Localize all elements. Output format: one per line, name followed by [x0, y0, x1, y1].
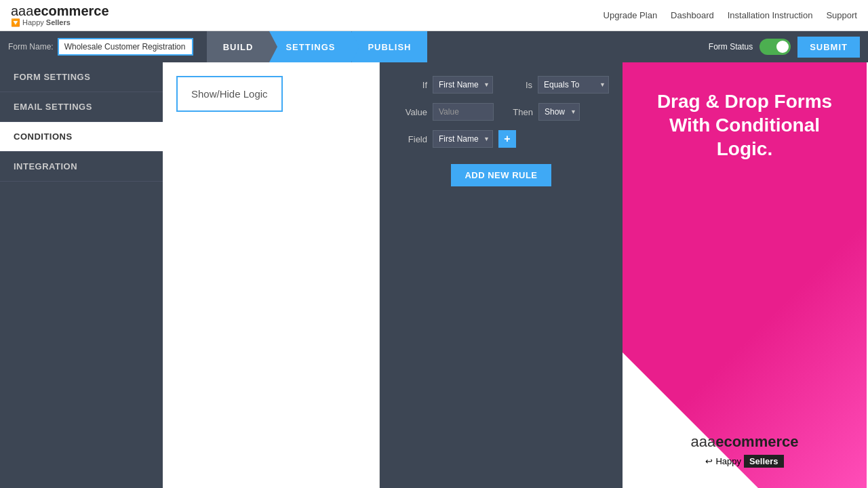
toolbar-tabs: BUILD SETTINGS PUBLISH — [207, 31, 428, 62]
value-label: Value — [393, 107, 427, 117]
dashboard-link[interactable]: Dashboard — [671, 10, 714, 20]
is-condition-wrapper: Equals To Not Equals To Contains — [538, 76, 609, 94]
field-wrapper: First Name Last Name Email — [433, 130, 493, 148]
sidebar-item-integration[interactable]: INTEGRATION — [0, 152, 163, 182]
promo-arrow-icon: ↩ — [705, 456, 713, 466]
support-link[interactable]: Support — [826, 10, 857, 20]
promo-logo: aaaecommerce ↩ Happy Sellers — [690, 433, 798, 468]
brand-name: aaaecommerce — [11, 3, 109, 18]
if-label: If — [393, 80, 427, 90]
form-name-input[interactable] — [58, 38, 193, 56]
brand-happy: Happy — [22, 18, 44, 26]
rules-panel: If First Name Last Name Email Is Equals … — [380, 62, 623, 488]
brand-ecommerce: ecommerce — [33, 3, 108, 18]
top-nav: aaaecommerce 🔽 Happy Sellers Upgrade Pla… — [0, 0, 868, 31]
sidebar-item-email-settings[interactable]: EMAIL SETTINGS — [0, 92, 163, 122]
brand-arrow-icon: 🔽 — [11, 18, 20, 26]
main-layout: FORM SETTINGS EMAIL SETTINGS CONDITIONS … — [0, 62, 868, 488]
sidebar-item-conditions[interactable]: CONDITIONS — [0, 122, 163, 152]
tab-build[interactable]: BUILD — [207, 31, 270, 62]
content-row: Show/Hide Logic If First Name Last Name … — [163, 62, 867, 488]
is-label: Is — [498, 80, 532, 90]
is-condition-select[interactable]: Equals To Not Equals To Contains — [538, 76, 609, 94]
if-field-select[interactable]: First Name Last Name Email — [433, 76, 493, 94]
promo-brand-name: aaaecommerce — [690, 433, 798, 451]
then-wrapper: Show Hide — [538, 103, 580, 121]
form-name-label: Form Name: — [8, 42, 54, 52]
promo-sellers-badge: Sellers — [744, 455, 784, 468]
field-label: Field — [393, 134, 427, 144]
sidebar-item-form-settings[interactable]: FORM SETTINGS — [0, 62, 163, 92]
field-row: Field First Name Last Name Email + — [393, 130, 609, 148]
brand-logo: aaaecommerce 🔽 Happy Sellers — [11, 3, 109, 26]
tab-publish[interactable]: PUBLISH — [351, 31, 427, 62]
then-label: Then — [499, 107, 533, 117]
tab-settings[interactable]: SETTINGS — [269, 31, 351, 62]
toolbar: Form Name: BUILD SETTINGS PUBLISH Form S… — [0, 31, 868, 62]
then-select[interactable]: Show Hide — [538, 103, 580, 121]
brand-sub: 🔽 Happy Sellers — [11, 18, 109, 26]
top-nav-links: Upgrade Plan Dashboard Installation Inst… — [604, 10, 857, 20]
add-field-button[interactable]: + — [498, 130, 516, 148]
if-row: If First Name Last Name Email Is Equals … — [393, 76, 609, 94]
installation-link[interactable]: Installation Instruction — [728, 10, 813, 20]
brand-aaa: aaa — [11, 3, 33, 18]
promo-happy: Happy — [715, 456, 741, 466]
promo-text: Drag & Drop Forms With Conditional Logic… — [643, 89, 846, 161]
upgrade-plan-link[interactable]: Upgrade Plan — [604, 10, 658, 20]
value-input[interactable] — [433, 103, 494, 121]
value-row: Value Then Show Hide — [393, 103, 609, 121]
form-status-label: Form Status — [709, 42, 753, 52]
brand-sellers: Sellers — [46, 18, 71, 26]
promo-brand-sub: ↩ Happy Sellers — [705, 455, 783, 468]
add-new-rule-button[interactable]: ADD NEW RULE — [451, 164, 551, 186]
sidebar: FORM SETTINGS EMAIL SETTINGS CONDITIONS … — [0, 62, 163, 488]
if-field-wrapper: First Name Last Name Email — [433, 76, 493, 94]
promo-ecommerce: ecommerce — [715, 433, 798, 450]
promo-area: Drag & Drop Forms With Conditional Logic… — [623, 62, 867, 488]
form-preview: Show/Hide Logic — [163, 62, 380, 488]
show-hide-logic-box: Show/Hide Logic — [176, 76, 283, 112]
form-status-toggle[interactable] — [760, 39, 791, 55]
form-status-area: Form Status SUBMIT — [709, 37, 860, 58]
field-select[interactable]: First Name Last Name Email — [433, 130, 493, 148]
submit-button[interactable]: SUBMIT — [797, 37, 860, 58]
promo-aaa: aaa — [690, 433, 715, 450]
